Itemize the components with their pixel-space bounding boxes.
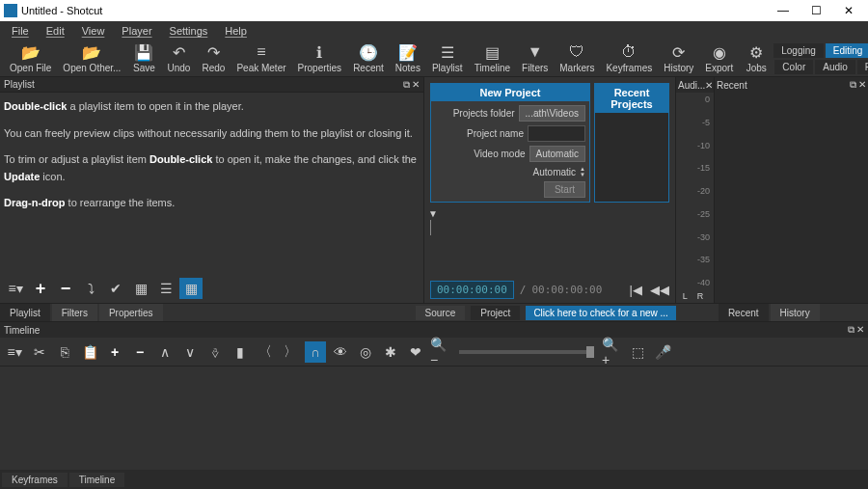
audio-close-icon[interactable]: ✕: [705, 80, 713, 91]
playlist-icon: ☰: [441, 43, 454, 61]
rewind-icon[interactable]: ◀◀: [650, 283, 669, 297]
properties-button[interactable]: ℹProperties: [292, 41, 348, 75]
playlist-check-icon[interactable]: ✔: [104, 278, 127, 299]
timeline-undock-icon[interactable]: ⧉: [848, 324, 854, 336]
keyframes-button[interactable]: ⏱Keyframes: [600, 41, 658, 75]
split-icon[interactable]: ⎀: [204, 341, 226, 363]
skip-previous-icon[interactable]: |◀: [630, 283, 642, 297]
audio-meter-scale: 0-5-10-15-20-25-30-35-40: [676, 93, 714, 289]
recent-list[interactable]: [715, 93, 868, 303]
tab-timeline[interactable]: Timeline: [69, 473, 124, 487]
recent-projects-header: Recent Projects: [595, 84, 668, 113]
timeline-button[interactable]: ▤Timeline: [469, 41, 516, 75]
tab-source[interactable]: Source: [416, 306, 466, 320]
markers-button[interactable]: 🛡Markers: [554, 41, 600, 75]
projects-folder-button[interactable]: ...ath\Videos: [519, 105, 585, 122]
paste-icon[interactable]: 📋: [79, 341, 100, 363]
tab-history[interactable]: History: [771, 304, 820, 321]
ripple-markers-icon[interactable]: ❤: [405, 341, 426, 363]
tab-keyframes[interactable]: Keyframes: [2, 473, 68, 487]
mode-player[interactable]: Player: [857, 60, 868, 74]
scrub-icon[interactable]: 👁: [330, 341, 351, 363]
save-icon: 💾: [134, 43, 153, 61]
zoom-out-icon[interactable]: 🔍−: [430, 341, 451, 363]
marker-icon[interactable]: ▮: [230, 341, 251, 363]
video-mode-select[interactable]: Automatic: [529, 146, 585, 162]
minimize-button[interactable]: —: [775, 4, 791, 17]
zoom-in-icon[interactable]: 🔍+: [602, 341, 623, 363]
zoom-fit-icon[interactable]: ⬚: [627, 341, 648, 363]
overwrite-icon[interactable]: ∨: [179, 341, 201, 363]
timeline-close-icon[interactable]: ✕: [856, 324, 864, 336]
append-icon[interactable]: +: [104, 341, 125, 363]
snap-icon[interactable]: ∩: [305, 341, 326, 363]
tab-playlist[interactable]: Playlist: [0, 304, 50, 321]
project-name-input[interactable]: [528, 125, 585, 142]
close-button[interactable]: ✕: [841, 4, 856, 17]
spin-down-icon[interactable]: ▼: [580, 172, 585, 177]
playlist-add-icon[interactable]: +: [29, 278, 52, 299]
record-audio-icon[interactable]: 🎤: [652, 341, 673, 363]
menu-file[interactable]: File: [4, 23, 37, 39]
undo-button[interactable]: ↶Undo: [161, 41, 196, 75]
next-marker-icon[interactable]: 〉: [280, 341, 301, 363]
filters-icon: ▼: [528, 43, 543, 61]
filters-button[interactable]: ▼Filters: [516, 41, 554, 75]
menu-player[interactable]: Player: [114, 23, 159, 39]
history-button[interactable]: ⟳History: [658, 41, 699, 75]
keyframes-icon: ⏱: [621, 43, 637, 61]
playlist-list-icon[interactable]: ☰: [154, 278, 177, 299]
menu-settings[interactable]: Settings: [162, 23, 216, 39]
menu-help[interactable]: Help: [217, 23, 255, 39]
titlebar: Untitled - Shotcut — ☐ ✕: [0, 0, 868, 21]
timecode-current[interactable]: 00:00:00:00: [430, 281, 514, 299]
redo-button[interactable]: ↷Redo: [196, 41, 231, 75]
tab-filters[interactable]: Filters: [52, 304, 97, 321]
recent-undock-icon[interactable]: ⧉: [850, 79, 856, 91]
playlist-update-icon[interactable]: ⤵: [79, 278, 102, 299]
mode-audio[interactable]: Audio: [815, 60, 855, 74]
projects-folder-label: Projects folder: [453, 108, 515, 119]
recent-button[interactable]: 🕒Recent: [347, 41, 390, 75]
open-file-button[interactable]: 📂Open File: [4, 41, 57, 75]
mode-editing[interactable]: Editing: [826, 43, 868, 58]
remove-icon[interactable]: −: [129, 341, 150, 363]
timecode-duration: 00:00:00:00: [531, 284, 602, 296]
menu-view[interactable]: View: [74, 23, 113, 39]
lift-icon[interactable]: ∧: [154, 341, 176, 363]
start-button[interactable]: Start: [544, 181, 585, 198]
tab-recent[interactable]: Recent: [719, 304, 769, 321]
notes-button[interactable]: 📝Notes: [390, 41, 426, 75]
export-button[interactable]: ◉Export: [699, 41, 739, 75]
cut-icon[interactable]: ✂: [29, 341, 50, 363]
playlist-undock-icon[interactable]: ⧉: [403, 79, 410, 91]
recent-close-icon[interactable]: ✕: [858, 79, 866, 91]
playlist-toolbar: ≡▾ + − ⤵ ✔ ▦ ☰ ▦: [0, 274, 423, 303]
ripple-icon[interactable]: ◎: [355, 341, 376, 363]
ripple-all-icon[interactable]: ✱: [380, 341, 401, 363]
maximize-button[interactable]: ☐: [808, 4, 824, 17]
prev-marker-icon[interactable]: 〈: [255, 341, 276, 363]
playlist-grid-icon[interactable]: ▦: [179, 278, 203, 299]
peak-icon: ≡: [257, 43, 265, 61]
mode-logging[interactable]: Logging: [773, 43, 824, 58]
playlist-close-icon[interactable]: ✕: [412, 79, 420, 91]
peak-meter-button[interactable]: ≡Peak Meter: [231, 41, 291, 75]
menu-edit[interactable]: Edit: [39, 23, 72, 39]
open-other--button[interactable]: 📂Open Other...: [57, 41, 126, 75]
check-update-button[interactable]: Click here to check for a new ...: [526, 306, 676, 320]
playlist-menu-icon[interactable]: ≡▾: [4, 278, 27, 299]
timeline-menu-icon[interactable]: ≡▾: [4, 341, 25, 363]
playlist-button[interactable]: ☰Playlist: [426, 41, 469, 75]
playlist-remove-icon[interactable]: −: [54, 278, 77, 299]
marker-dropdown[interactable]: ▼: [424, 208, 675, 220]
jobs-button[interactable]: ⚙Jobs: [739, 41, 773, 75]
bottom-tabs: Keyframes Timeline: [0, 470, 868, 489]
zoom-slider[interactable]: [459, 350, 594, 354]
mode-color[interactable]: Color: [774, 60, 813, 74]
save-button[interactable]: 💾Save: [126, 41, 161, 75]
tab-project[interactable]: Project: [471, 306, 520, 320]
copy-icon[interactable]: ⎘: [54, 341, 75, 363]
tab-properties[interactable]: Properties: [99, 304, 163, 321]
playlist-details-icon[interactable]: ▦: [129, 278, 152, 299]
